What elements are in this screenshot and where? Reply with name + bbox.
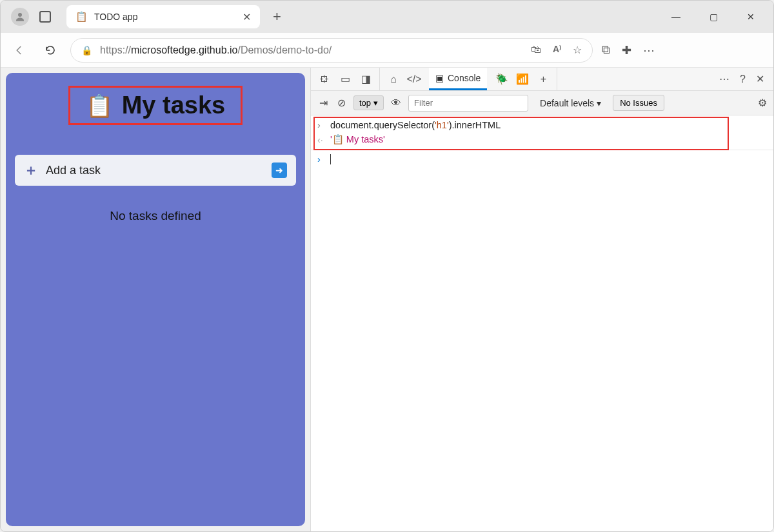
devtools-panel: ⯐ ▭ ◨ ⌂ </> ▣ Console 🪲 📶 + ⋯ ? ✕ xyxy=(310,68,773,531)
read-aloud-icon[interactable]: A⁾ xyxy=(553,44,561,56)
no-tasks-text: No tasks defined xyxy=(110,209,201,223)
input-chevron-icon: › xyxy=(317,120,325,130)
svg-point-0 xyxy=(18,13,22,17)
address-bar-row: 🔒 https://microsoftedge.github.io/Demos/… xyxy=(1,33,773,68)
prompt-chevron-icon: › xyxy=(317,154,325,164)
console-filter-input[interactable] xyxy=(408,95,528,112)
tab-actions-icon[interactable] xyxy=(39,11,51,23)
welcome-tab-icon[interactable]: ⌂ xyxy=(388,74,399,85)
add-task-label: Add a task xyxy=(46,164,264,177)
page-title-highlight: 📋 My tasks xyxy=(68,86,243,125)
collections-icon[interactable]: ✚ xyxy=(622,43,631,57)
split-screen-icon[interactable]: ⧉ xyxy=(602,43,610,57)
devtools-help-icon[interactable]: ? xyxy=(740,74,746,85)
elements-tab-icon[interactable]: </> xyxy=(408,74,420,85)
console-prompt[interactable]: › xyxy=(311,150,773,166)
text-cursor xyxy=(330,154,331,164)
tab-title: TODO app xyxy=(94,12,236,22)
submit-arrow-icon[interactable]: ➜ xyxy=(272,163,287,178)
shopping-icon[interactable]: 🛍 xyxy=(531,44,541,56)
address-bar[interactable]: 🔒 https://microsoftedge.github.io/Demos/… xyxy=(70,38,593,63)
browser-tab[interactable]: 📋 TODO app ✕ xyxy=(66,5,260,28)
console-output-area[interactable]: › document.querySelector('h1').innerHTML… xyxy=(311,115,773,531)
output-chevron-icon: ‹· xyxy=(317,135,325,145)
webpage-viewport: 📋 My tasks ＋ Add a task ➜ No tasks defin… xyxy=(1,68,310,531)
page-title-text: My tasks xyxy=(122,92,226,119)
site-info-lock-icon[interactable]: 🔒 xyxy=(81,45,92,55)
devtools-tabstrip: ⯐ ▭ ◨ ⌂ </> ▣ Console 🪲 📶 + ⋯ ? ✕ xyxy=(311,68,773,91)
console-output-line: ‹· '📋 My tasks' xyxy=(311,132,773,147)
inspect-element-icon[interactable]: ⯐ xyxy=(319,74,330,85)
more-tabs-plus-icon[interactable]: + xyxy=(537,74,549,85)
tab-favicon-icon: 📋 xyxy=(75,11,88,23)
tab-close-icon[interactable]: ✕ xyxy=(243,11,251,23)
log-levels-selector[interactable]: Default levels▾ xyxy=(540,98,601,108)
console-toolbar: ⇥ ⊘ top▾ 👁 Default levels▾ No Issues ⚙ xyxy=(311,91,773,115)
dock-side-icon[interactable]: ◨ xyxy=(360,74,372,85)
window-minimize-icon[interactable]: — xyxy=(666,12,686,22)
page-title: 📋 My tasks xyxy=(86,92,226,119)
issues-bug-icon[interactable]: 🪲 xyxy=(496,74,508,85)
plus-icon: ＋ xyxy=(24,161,38,180)
execution-context-selector[interactable]: top▾ xyxy=(353,95,384,110)
more-menu-icon[interactable]: ⋯ xyxy=(643,43,655,57)
console-input-line: › document.querySelector('h1').innerHTML xyxy=(311,118,773,132)
add-task-button[interactable]: ＋ Add a task ➜ xyxy=(15,155,296,186)
window-titlebar: 📋 TODO app ✕ + — ▢ ✕ xyxy=(1,1,773,33)
back-button[interactable] xyxy=(8,39,30,61)
clipboard-icon: 📋 xyxy=(86,93,113,119)
live-expression-eye-icon[interactable]: 👁 xyxy=(390,97,402,109)
new-tab-button[interactable]: + xyxy=(273,8,281,25)
network-conditions-icon[interactable]: 📶 xyxy=(517,74,528,85)
console-sidebar-toggle-icon[interactable]: ⇥ xyxy=(317,97,329,109)
console-tab-label: Console xyxy=(448,73,481,83)
devtools-more-icon[interactable]: ⋯ xyxy=(719,73,729,85)
issues-button[interactable]: No Issues xyxy=(613,95,664,111)
device-toolbar-icon[interactable]: ▭ xyxy=(339,74,351,85)
console-settings-gear-icon[interactable]: ⚙ xyxy=(758,97,767,109)
window-maximize-icon[interactable]: ▢ xyxy=(704,12,723,22)
devtools-close-icon[interactable]: ✕ xyxy=(756,73,764,85)
favorite-star-icon[interactable]: ☆ xyxy=(573,44,582,56)
clear-console-icon[interactable]: ⊘ xyxy=(335,97,347,109)
console-tab-icon: ▣ xyxy=(435,73,444,83)
url-text: https://microsoftedge.github.io/Demos/de… xyxy=(100,44,523,56)
console-tab[interactable]: ▣ Console xyxy=(429,68,487,90)
refresh-button[interactable] xyxy=(39,39,61,61)
window-close-icon[interactable]: ✕ xyxy=(741,12,760,22)
profile-avatar-icon[interactable] xyxy=(11,8,29,26)
